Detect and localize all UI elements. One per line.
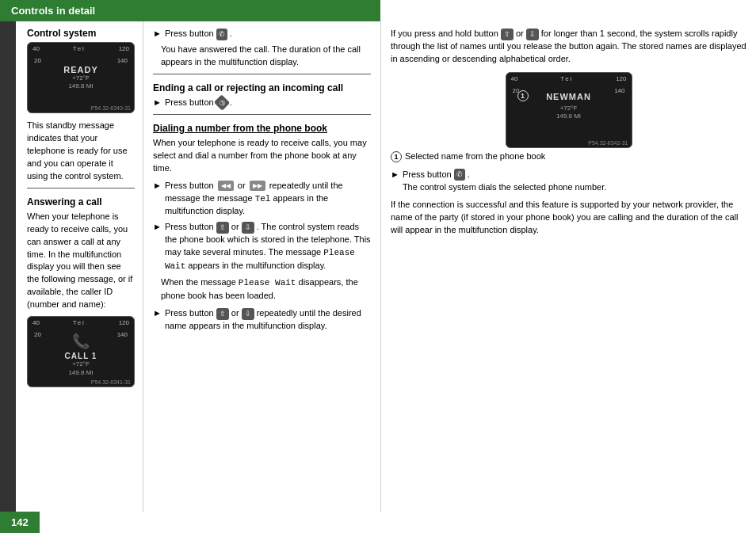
phone-up-icon-2: ✆ xyxy=(454,169,465,181)
gauge-left2-1: 20 xyxy=(34,57,41,64)
tel-label-1: Tel xyxy=(73,45,86,52)
phone-down-icon: ✆ xyxy=(213,95,230,112)
answer-bullet: ► Press button ✆ . xyxy=(153,28,371,40)
mid-column: ► Press button ✆ . You have answered the… xyxy=(143,21,380,512)
cluster2-center: CALL 1 xyxy=(28,352,134,360)
control-system-body: This standby message indicates that your… xyxy=(27,120,135,183)
answering-body: When your telephone is ready to receive … xyxy=(27,211,135,312)
header-bar: Controls in detail xyxy=(0,0,380,21)
bullet-arrow-2: ► xyxy=(153,97,162,109)
hold-up-icon: ⇧ xyxy=(501,29,514,40)
caption-circle-num: 1 xyxy=(391,151,402,162)
cluster1-center: READY xyxy=(28,65,134,74)
page-number: 142 xyxy=(0,512,40,533)
gauge-left-1: 40 xyxy=(32,45,40,52)
dialing-bullet-2-text: Press button ⇧ or ⇩ . The control system… xyxy=(165,221,371,273)
next-icon: ▶▶ xyxy=(250,181,265,192)
dialing-body: When your telephone is ready to receive … xyxy=(153,137,371,175)
right-bullet-4-text: Press button ✆ . The control system dial… xyxy=(403,169,746,194)
caption-text: Selected name from the phone book xyxy=(405,151,545,161)
gauge-right2-1: 140 xyxy=(117,57,128,64)
dialing-bullet-3: ► Press button ⇧ or ⇩ repeatedly until t… xyxy=(153,307,371,333)
bullet-arrow-4: ► xyxy=(153,221,162,234)
cluster1-partnum: P54.32-6340-31 xyxy=(91,105,131,111)
cluster2-sub: +72°F149.8 MI xyxy=(28,360,134,377)
left-sidebar-strip xyxy=(0,21,16,512)
dialing-bullet-1: ► Press button ◀◀ or ▶▶ repeatedly until… xyxy=(153,180,371,219)
tel-mono: Tel xyxy=(255,194,271,204)
arrow-down-icon-2: ⇩ xyxy=(242,308,254,320)
hold-down-icon: ⇩ xyxy=(526,29,539,40)
cluster-image-3: 40 Tel 120 20 140 1 NEWMAN +72°F149.8 MI… xyxy=(506,72,632,148)
control-system-title: Control system xyxy=(27,28,135,39)
dialing-title: Dialing a number from the phone book xyxy=(153,123,371,134)
tel-label-2: Tel xyxy=(73,319,86,326)
cluster1-sub: +72°F149.8 MI xyxy=(28,74,134,91)
cluster2-partnum: P54.32-6341-31 xyxy=(91,379,131,385)
bullet-arrow-6: ► xyxy=(391,169,399,181)
answer-bullet-text: Press button ✆ . xyxy=(165,28,371,40)
cluster3-sub: +72°F149.8 MI xyxy=(506,105,632,121)
bullet-arrow-5: ► xyxy=(153,307,162,320)
main-content: Control system 40 Tel 120 20 140 READY +… xyxy=(0,21,756,512)
left-column: Control system 40 Tel 120 20 140 READY +… xyxy=(16,21,143,512)
cluster3-center: NEWMAN xyxy=(506,92,632,101)
bullet-arrow-3: ► xyxy=(153,180,162,192)
phone-ringing-icon: 📞 xyxy=(72,333,90,349)
cluster3-caption: 1 Selected name from the phone book xyxy=(391,151,746,162)
follow-text: If the connection is successful and this… xyxy=(391,199,746,237)
prev-icon: ◀◀ xyxy=(218,181,234,192)
ending-title: Ending a call or rejecting an incoming c… xyxy=(153,82,371,93)
dialing-bullet-3-text: Press button ⇧ or ⇩ repeatedly until the… xyxy=(165,307,371,333)
end-bullet-text: Press button ✆ . xyxy=(165,97,371,109)
end-bullet: ► Press button ✆ . xyxy=(153,97,371,109)
page-footer: 142 xyxy=(0,512,756,533)
dialing-bullet-2: ► Press button ⇧ or ⇩ . The control syst… xyxy=(153,221,371,273)
right-intro: If you press and hold button ⇧ or ⇩ for … xyxy=(391,28,746,66)
cluster-image-2: 40 Tel 120 20 140 📞 CALL 1 +72°F149.8 MI… xyxy=(27,316,135,387)
arrow-up-icon: ⇧ xyxy=(216,222,229,234)
right-column: If you press and hold button ⇧ or ⇩ for … xyxy=(380,21,756,512)
bullet-arrow-1: ► xyxy=(153,28,162,40)
please-wait-2: Please Wait xyxy=(239,278,296,287)
right-bullet-4: ► Press button ✆ . The control system di… xyxy=(391,169,746,194)
phone-up-icon: ✆ xyxy=(216,29,227,40)
answering-title: Answering a call xyxy=(27,196,135,207)
cluster3-partnum: P54.32-6342-31 xyxy=(588,140,628,146)
cluster-image-1: 40 Tel 120 20 140 READY +72°F149.8 MI P5… xyxy=(27,42,135,113)
arrow-down-icon: ⇩ xyxy=(242,222,254,234)
dialing-bullet-1-text: Press button ◀◀ or ▶▶ repeatedly until t… xyxy=(165,180,371,219)
header-title: Controls in detail xyxy=(11,5,95,17)
page-wrapper: Controls in detail Control system 40 Tel… xyxy=(0,0,756,533)
arrow-up-icon-2: ⇧ xyxy=(216,308,229,320)
tel-label-3: Tel xyxy=(560,75,573,82)
please-wait-para: When the message Please Wait disappears,… xyxy=(153,276,371,303)
answer-follow-text: You have answered the call. The duration… xyxy=(153,44,371,69)
gauge-right-1: 120 xyxy=(119,45,129,52)
